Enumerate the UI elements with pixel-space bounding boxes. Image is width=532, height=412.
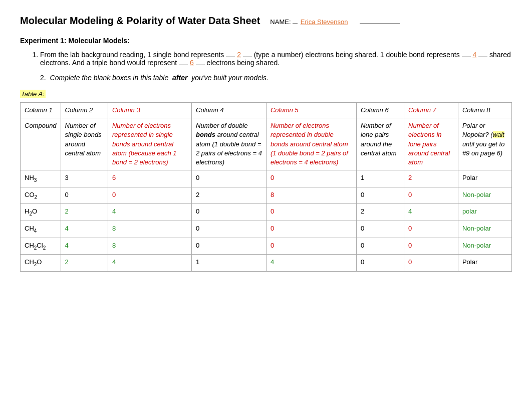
- nh3-col5: 0: [266, 170, 356, 187]
- ch4-col6: 0: [356, 221, 404, 238]
- h2o-col5: 0: [266, 204, 356, 221]
- compound-ch4: CH4: [21, 221, 61, 238]
- instruction-2: 2. Complete the blank boxes in this tabl…: [40, 74, 512, 82]
- header-description-row: Compound Number of single bonds around c…: [21, 118, 512, 170]
- header-col4: Number of double bonds around central at…: [192, 118, 267, 170]
- h2o-col2: 2: [61, 204, 108, 221]
- ch2cl2-col2: 4: [61, 238, 108, 255]
- column-label-row: Column 1 Column 2 Column 3 Column 4 Colu…: [21, 103, 512, 118]
- table-row: CH2Cl2 4 8 0 0 0 0 Non-polar: [21, 238, 512, 255]
- page-header: Molecular Modeling & Polarity of Water D…: [20, 15, 512, 27]
- header-compound: Compound: [21, 118, 61, 170]
- instruction1-suffix: electrons being shared.: [207, 59, 280, 67]
- ch4-col5: 0: [266, 221, 356, 238]
- co2-col6: 0: [356, 187, 404, 204]
- co2-col4: 2: [192, 187, 267, 204]
- experiment-title: Experiment 1: Molecular Models:: [20, 37, 512, 45]
- compound-co2: CO2: [21, 187, 61, 204]
- header-col2: Number of single bonds around central at…: [61, 118, 108, 170]
- col8-label: Column 8: [458, 103, 511, 118]
- ch4-col4: 0: [192, 221, 267, 238]
- answer3: 6: [190, 59, 194, 67]
- col7-label: Column 7: [404, 103, 458, 118]
- h2o-col3: 4: [108, 204, 191, 221]
- ch2cl2-col5: 0: [266, 238, 356, 255]
- ch4-col3: 8: [108, 221, 191, 238]
- instructions-section: From the lab background reading, 1 singl…: [30, 51, 512, 82]
- ch2cl2-col4: 0: [192, 238, 267, 255]
- page-title: Molecular Modeling & Polarity of Water D…: [20, 15, 260, 27]
- ch2o-col6: 0: [356, 255, 404, 272]
- table-label: Table A:: [20, 82, 512, 100]
- header-col7: Number of electrons in lone pairs around…: [404, 118, 458, 170]
- nh3-col8: Polar: [458, 170, 511, 187]
- h2o-col7: 4: [404, 204, 458, 221]
- nh3-col3: 6: [108, 170, 191, 187]
- student-name: Erica Stevenson: [301, 18, 348, 26]
- name-blank-2: [360, 24, 400, 24]
- col3-label: Column 3: [108, 103, 191, 118]
- col1-label: Column 1: [21, 103, 61, 118]
- col6-label: Column 6: [356, 103, 404, 118]
- after-keyword: after: [172, 74, 187, 82]
- h2o-col6: 2: [356, 204, 404, 221]
- nh3-col7: 2: [404, 170, 458, 187]
- ch2cl2-col8: Non-polar: [458, 238, 511, 255]
- header-col3: Number of electrons represented in singl…: [108, 118, 191, 170]
- h2o-col4: 0: [192, 204, 267, 221]
- h2o-col8: polar: [458, 204, 511, 221]
- co2-col7: 0: [404, 187, 458, 204]
- ch2cl2-col3: 8: [108, 238, 191, 255]
- col4-label: Column 4: [192, 103, 267, 118]
- ch2o-col3: 4: [108, 255, 191, 272]
- ch2o-col8: Polar: [458, 255, 511, 272]
- instruction1-prefix: From the lab background reading, 1 singl…: [40, 51, 224, 59]
- name-area: NAME: Erica Stevenson: [270, 18, 400, 26]
- header-col6: Number of lone pairs around the central …: [356, 118, 404, 170]
- compound-nh3: NH3: [21, 170, 61, 187]
- co2-col8: Non-polar: [458, 187, 511, 204]
- co2-col5: 8: [266, 187, 356, 204]
- nh3-col6: 1: [356, 170, 404, 187]
- ch2o-col4: 1: [192, 255, 267, 272]
- ch4-col7: 0: [404, 221, 458, 238]
- nh3-col4: 0: [192, 170, 267, 187]
- ch2o-col7: 0: [404, 255, 458, 272]
- header-col8: Polar or Nopolar? (wait until you get to…: [458, 118, 511, 170]
- table-row: H2O 2 4 0 0 2 4 polar: [21, 204, 512, 221]
- ch2o-col2: 2: [61, 255, 108, 272]
- co2-col3: 0: [108, 187, 191, 204]
- instruction1-middle1: (type a number) electrons being shared. …: [254, 51, 460, 59]
- compound-h2o: H2O: [21, 204, 61, 221]
- ch4-col2: 4: [61, 221, 108, 238]
- table-row: CH2O 2 4 1 4 0 0 Polar: [21, 255, 512, 272]
- table-row: CO2 0 0 2 8 0 0 Non-polar: [21, 187, 512, 204]
- nh3-col2: 3: [61, 170, 108, 187]
- compound-ch2cl2: CH2Cl2: [21, 238, 61, 255]
- table-row: CH4 4 8 0 0 0 0 Non-polar: [21, 221, 512, 238]
- compound-ch2o: CH2O: [21, 255, 61, 272]
- table-row: NH3 3 6 0 0 1 2 Polar: [21, 170, 512, 187]
- answer2: 4: [472, 51, 476, 59]
- answer1: 2: [237, 51, 241, 59]
- instruction2-prefix: Complete the blank boxes in this table: [50, 74, 169, 82]
- col5-label: Column 5: [266, 103, 356, 118]
- name-label: NAME:: [270, 18, 291, 26]
- co2-col2: 0: [61, 187, 108, 204]
- ch2cl2-col7: 0: [404, 238, 458, 255]
- col2-label: Column 2: [61, 103, 108, 118]
- instruction2-suffix: you've built your models.: [191, 74, 269, 82]
- ch2cl2-col6: 0: [356, 238, 404, 255]
- data-table: Column 1 Column 2 Column 3 Column 4 Colu…: [20, 102, 512, 272]
- instruction-2-wrapper: 2. Complete the blank boxes in this tabl…: [30, 74, 512, 82]
- ch4-col8: Non-polar: [458, 221, 511, 238]
- instruction-1: From the lab background reading, 1 singl…: [40, 51, 512, 67]
- header-col5: Number of electrons represented in doubl…: [266, 118, 356, 170]
- ch2o-col5: 4: [266, 255, 356, 272]
